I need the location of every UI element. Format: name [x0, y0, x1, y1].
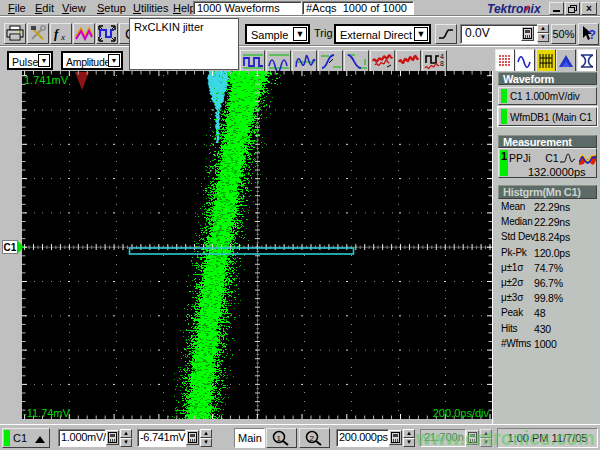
- svg-text:8: 8: [440, 60, 444, 67]
- svg-text:?: ?: [588, 27, 596, 42]
- svg-text:f: f: [54, 26, 60, 41]
- svg-text:x: x: [60, 32, 65, 42]
- svg-text:2: 2: [310, 434, 315, 443]
- svg-text:4: 4: [440, 53, 444, 60]
- svg-text:1: 1: [277, 434, 282, 443]
